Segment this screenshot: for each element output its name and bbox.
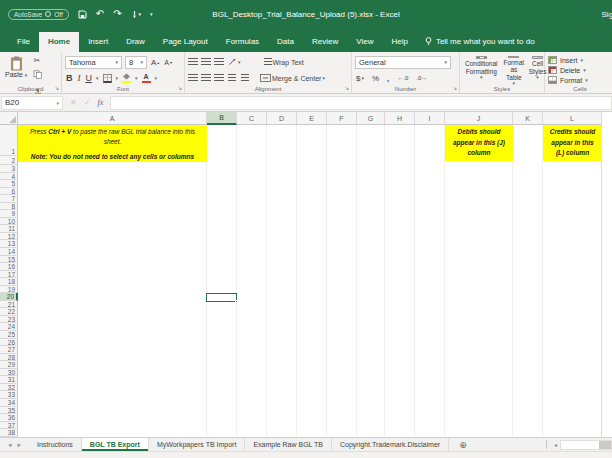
ribbon-tab-file[interactable]: File <box>8 32 39 52</box>
ribbon-tab-page-layout[interactable]: Page Layout <box>154 32 217 52</box>
column-header-D[interactable]: D <box>267 112 297 125</box>
conditional-formatting-button[interactable]: Conditional Formatting▾ <box>463 55 500 82</box>
grow-font-button[interactable]: A▴ <box>150 58 160 67</box>
column-header-K[interactable]: K <box>513 112 543 125</box>
row-header-25[interactable]: 25 <box>0 331 18 339</box>
ribbon-tab-formulas[interactable]: Formulas <box>217 32 268 52</box>
ribbon-tab-view[interactable]: View <box>347 32 382 52</box>
row-header-21[interactable]: 21 <box>0 301 18 309</box>
ribbon-tab-help[interactable]: Help <box>382 32 416 52</box>
row-header-8[interactable]: 8 <box>0 203 18 211</box>
row-header-24[interactable]: 24 <box>0 323 18 331</box>
column-header-B[interactable]: B <box>207 112 237 125</box>
sheet-nav-left-icon[interactable]: ◂ <box>8 441 12 449</box>
row-header-18[interactable]: 18 <box>0 278 18 286</box>
redo-icon[interactable]: ↷ <box>113 9 121 19</box>
accounting-format-button[interactable]: $ ▾ <box>355 74 365 83</box>
font-size-select[interactable]: 8▾ <box>125 56 147 69</box>
instruction-note-cell[interactable]: Press Ctrl + V to paste the raw BGL tria… <box>18 125 207 162</box>
font-color-button[interactable]: A <box>141 74 152 83</box>
select-all-corner[interactable] <box>0 112 18 125</box>
row-header-29[interactable]: 29 <box>0 361 18 369</box>
sheet-tab-copyright-trademark-disclaimer[interactable]: Copyright.Trademark.Disclaimer <box>332 438 449 451</box>
sheet-tab-myworkpapers-tb-import[interactable]: MyWorkpapers TB Import <box>149 438 246 451</box>
align-top-icon[interactable] <box>188 58 198 66</box>
name-box[interactable]: B20 ▾ <box>1 96 63 110</box>
decrease-indent-button[interactable] <box>227 74 237 82</box>
row-header-19[interactable]: 19 <box>0 286 18 294</box>
cancel-icon[interactable]: ✕ <box>70 98 77 107</box>
copy-icon[interactable] <box>33 65 43 83</box>
save-icon[interactable] <box>78 10 87 19</box>
sheet-tab-example-raw-bgl-tb[interactable]: Example Raw BGL TB <box>245 438 332 451</box>
row-header-15[interactable]: 15 <box>0 256 18 264</box>
format-cells-button[interactable]: Format▾ <box>548 75 612 85</box>
row-header-38[interactable]: 38 <box>0 429 18 437</box>
row-header-17[interactable]: 17 <box>0 271 18 279</box>
row-header-11[interactable]: 11 <box>0 225 18 233</box>
column-header-H[interactable]: H <box>385 112 415 125</box>
sign-in-button[interactable]: Sign in <box>602 10 612 19</box>
sheet-tab-instructions[interactable]: Instructions <box>29 438 82 451</box>
clipboard-dialog-launcher-icon[interactable]: ↘ <box>55 85 59 91</box>
decrease-decimal-button[interactable]: .0→ <box>415 75 428 81</box>
shrink-font-button[interactable]: A▾ <box>163 59 173 66</box>
ribbon-tab-data[interactable]: Data <box>268 32 303 52</box>
comma-style-button[interactable]: , <box>386 74 390 83</box>
fill-handle[interactable] <box>235 300 238 303</box>
number-dialog-launcher-icon[interactable]: ↘ <box>453 85 457 91</box>
number-format-select[interactable]: General▾ <box>355 56 451 69</box>
percent-style-button[interactable]: % <box>371 74 380 83</box>
paste-button[interactable]: Paste ▾ <box>3 55 29 87</box>
column-header-I[interactable]: I <box>415 112 445 125</box>
column-header-F[interactable]: F <box>327 112 357 125</box>
pen-mode-icon[interactable]: ▾ <box>131 9 142 19</box>
alignment-dialog-launcher-icon[interactable]: ↘ <box>345 85 349 91</box>
italic-button[interactable]: I <box>77 73 82 83</box>
column-header-G[interactable]: G <box>357 112 385 125</box>
enter-icon[interactable]: ✓ <box>84 98 91 107</box>
row-header-12[interactable]: 12 <box>0 233 18 241</box>
row-header-9[interactable]: 9 <box>0 210 18 218</box>
align-bottom-icon[interactable] <box>214 58 224 66</box>
row-header-23[interactable]: 23 <box>0 316 18 324</box>
row-header-34[interactable]: 34 <box>0 399 18 407</box>
autosave-toggle[interactable]: AutoSave Off <box>8 9 69 20</box>
sheet-nav-right-icon[interactable]: ▸ <box>18 441 22 449</box>
font-dialog-launcher-icon[interactable]: ↘ <box>178 85 182 91</box>
column-header-E[interactable]: E <box>297 112 327 125</box>
row-header-20[interactable]: 20 <box>0 293 18 301</box>
row-header-22[interactable]: 22 <box>0 308 18 316</box>
hscroll-left-icon[interactable]: ◂ <box>551 441 560 448</box>
borders-button[interactable] <box>102 74 113 83</box>
row-header-10[interactable]: 10 <box>0 218 18 226</box>
column-header-J[interactable]: J <box>445 112 513 125</box>
worksheet-grid[interactable]: ABCDEFGHIJKL 123456789101112131415161718… <box>0 112 612 437</box>
horizontal-scrollbar-thumb[interactable] <box>599 441 611 449</box>
row-header-13[interactable]: 13 <box>0 240 18 248</box>
debits-note-cell[interactable]: Debits should appear in this (J) column <box>445 125 513 161</box>
row-header-35[interactable]: 35 <box>0 407 18 415</box>
font-name-select[interactable]: Tahoma▾ <box>65 56 122 69</box>
orientation-button[interactable]: ▾ <box>227 58 242 66</box>
row-header-4[interactable]: 4 <box>0 173 18 181</box>
row-header-32[interactable]: 32 <box>0 384 18 392</box>
row-header-28[interactable]: 28 <box>0 354 18 362</box>
row-header-14[interactable]: 14 <box>0 248 18 256</box>
row-header-37[interactable]: 37 <box>0 422 18 430</box>
selected-cell[interactable] <box>206 293 237 303</box>
format-as-table-button[interactable]: Format as Table▾ <box>502 55 527 82</box>
row-header-6[interactable]: 6 <box>0 188 18 196</box>
customize-qat-icon[interactable]: ▾ <box>150 9 153 19</box>
credits-note-cell[interactable]: Credits should appear in this (L) column <box>543 125 602 161</box>
row-header-26[interactable]: 26 <box>0 339 18 347</box>
row-header-36[interactable]: 36 <box>0 414 18 422</box>
merge-center-button[interactable]: Merge & Center ▾ <box>259 74 326 82</box>
fill-color-button[interactable] <box>121 73 132 83</box>
row-header-16[interactable]: 16 <box>0 263 18 271</box>
cut-icon[interactable]: ✂ <box>33 56 43 65</box>
row-header-27[interactable]: 27 <box>0 346 18 354</box>
column-header-L[interactable]: L <box>543 112 602 125</box>
new-sheet-button[interactable]: ⊕ <box>449 438 477 451</box>
bold-button[interactable]: B <box>65 73 74 83</box>
